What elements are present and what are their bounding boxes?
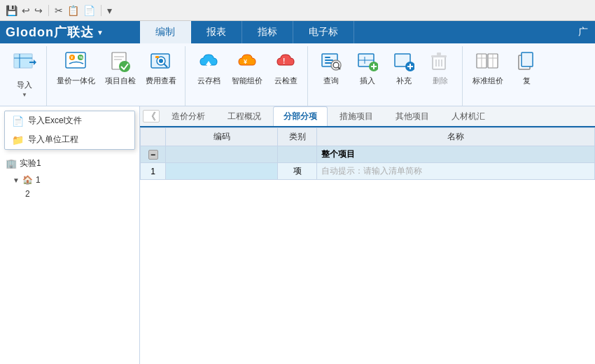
- row-1-name[interactable]: 自动提示：请输入清单简称: [317, 163, 595, 180]
- cost-view-label: 费用查看: [146, 76, 176, 86]
- project-check-label: 项目自检: [105, 76, 136, 86]
- cloud-archive-btn[interactable]: 云存档: [191, 49, 226, 88]
- pricing-group: 标准组价 复: [464, 46, 548, 106]
- query-btn[interactable]: 查询: [314, 49, 349, 88]
- import-excel-item[interactable]: 📄 导入Excel文件: [5, 111, 134, 130]
- tree-arrow-icon: ▼: [13, 176, 20, 184]
- cost-view-icon: [150, 51, 172, 74]
- nav-bar: Glodon广联达 ▼ 编制 报表 指标 电子标 广: [0, 21, 595, 43]
- nav-tab-ebid[interactable]: 电子标: [293, 21, 354, 43]
- nav-tab-edit[interactable]: 编制: [140, 21, 191, 43]
- undo-icon[interactable]: ↩: [22, 5, 30, 16]
- nav-tab-index[interactable]: 指标: [242, 21, 293, 43]
- tab-cost-analysis[interactable]: 造价分析: [161, 106, 216, 126]
- svg-rect-40: [431, 55, 447, 57]
- collapse-row-btn[interactable]: −: [148, 150, 158, 160]
- logo: Glodon广联达 ▼: [0, 21, 140, 43]
- insert-btn[interactable]: 插入: [350, 49, 385, 88]
- row-1-code[interactable]: [166, 163, 278, 180]
- quantity-price-icon: ¥ %: [65, 51, 88, 74]
- sep1: [48, 5, 49, 16]
- ribbon: 导入 ▼ ¥ % 量价一体化: [0, 43, 595, 106]
- data-table-container: 编码 类别 名称 − 整个项目: [140, 127, 595, 364]
- project-icon: 🏢: [6, 158, 17, 169]
- paste-icon[interactable]: 📄: [83, 5, 95, 16]
- import-btn[interactable]: 导入 ▼: [7, 49, 42, 100]
- import-unit-label: 导入单位工程: [28, 134, 78, 146]
- tree-item-2-label: 2: [25, 189, 30, 199]
- tree-item-2[interactable]: 2: [0, 187, 139, 201]
- save-icon[interactable]: 💾: [6, 5, 18, 16]
- project-label: 实验1: [20, 158, 41, 169]
- tools-group: ¥ % 量价一体化 项目自检: [48, 46, 186, 106]
- svg-rect-26: [325, 57, 330, 58]
- more-icon[interactable]: ▾: [107, 5, 112, 16]
- import-icon: [13, 51, 36, 78]
- row-total-type: [278, 146, 317, 163]
- svg-point-10: [119, 61, 130, 72]
- logo-dropdown-icon[interactable]: ▼: [97, 29, 104, 36]
- svg-text:¥: ¥: [244, 58, 247, 65]
- quantity-price-btn[interactable]: ¥ % 量价一体化: [52, 49, 99, 88]
- import-group: 导入 ▼: [3, 46, 47, 106]
- delete-btn[interactable]: 删除: [423, 49, 458, 88]
- standard-pricing-btn[interactable]: 标准组价: [468, 49, 507, 88]
- svg-text:%: %: [79, 55, 83, 59]
- delete-icon: [430, 51, 451, 74]
- project-item[interactable]: 🏢 实验1: [0, 155, 139, 172]
- supplement-btn[interactable]: 补充: [386, 49, 421, 88]
- cut-icon[interactable]: ✂: [55, 5, 63, 16]
- col-header-num: [141, 128, 166, 146]
- redo-icon[interactable]: ↪: [34, 5, 43, 16]
- title-bar: 💾 ↩ ↪ ✂ 📋 📄 ▾: [0, 0, 595, 21]
- project-tree: 🏢 实验1 ▼ 🏠 1 2: [0, 155, 139, 201]
- collapse-sidebar-btn[interactable]: 《: [143, 110, 160, 122]
- row-total-code: [166, 146, 278, 163]
- quantity-price-label: 量价一体化: [57, 76, 95, 86]
- cloud-items: 云存档 ¥ 智能组价 ! 云检查: [191, 49, 303, 104]
- copy-pricing-icon: [516, 51, 537, 74]
- table-row: − 整个项目: [141, 146, 595, 163]
- cloud-archive-label: 云存档: [197, 76, 220, 86]
- tab-labor-machine[interactable]: 人材机汇: [441, 106, 496, 126]
- query-icon: [321, 51, 342, 74]
- svg-rect-41: [437, 52, 441, 55]
- supplement-label: 补充: [396, 76, 412, 86]
- cloud-check-label: 云检查: [274, 76, 298, 86]
- cloud-group: 云存档 ¥ 智能组价 ! 云检查: [187, 46, 308, 106]
- row-total-name: 整个项目: [317, 146, 595, 163]
- main-area: 📄 导入Excel文件 📁 导入单位工程 🏢 实验1 ▼ 🏠 1: [0, 106, 595, 364]
- nav-tab-report[interactable]: 报表: [191, 21, 242, 43]
- cost-view-btn[interactable]: 费用查看: [141, 49, 181, 88]
- tree-item-1[interactable]: ▼ 🏠 1: [0, 173, 139, 187]
- pricing-items: 标准组价 复: [468, 49, 544, 104]
- project-check-icon: [109, 51, 132, 74]
- delete-label: 删除: [433, 76, 448, 86]
- table-header-row: 编码 类别 名称: [141, 128, 595, 146]
- standard-pricing-icon: [475, 51, 500, 74]
- project-check-btn[interactable]: 项目自检: [101, 49, 140, 88]
- tab-other-items[interactable]: 其他项目: [385, 106, 440, 126]
- copy-pricing-label: 复: [523, 76, 531, 86]
- house-icon: 🏠: [22, 175, 33, 185]
- tab-project-overview[interactable]: 工程概况: [217, 106, 272, 126]
- logo-text: Glodon广联达: [6, 24, 94, 41]
- tab-section-items[interactable]: 分部分项: [273, 106, 328, 126]
- svg-point-15: [159, 59, 163, 63]
- cloud-check-btn[interactable]: ! 云检查: [268, 49, 303, 88]
- copy-icon[interactable]: 📋: [67, 5, 79, 16]
- tab-measures[interactable]: 措施项目: [329, 106, 384, 126]
- data-items: 查询 插入: [314, 49, 458, 104]
- copy-pricing-btn[interactable]: 复: [509, 49, 544, 88]
- import-dropdown-menu: 📄 导入Excel文件 📁 导入单位工程: [4, 111, 135, 150]
- row-1-type: 项: [278, 163, 317, 180]
- standard-pricing-label: 标准组价: [472, 76, 503, 86]
- svg-rect-17: [155, 56, 159, 58]
- import-unit-item[interactable]: 📁 导入单位工程: [5, 130, 134, 149]
- tree-item-1-label: 1: [36, 175, 41, 185]
- nav-tabs: 编制 报表 指标 电子标: [140, 21, 354, 43]
- import-label: 导入: [17, 80, 32, 90]
- smart-pricing-btn[interactable]: ¥ 智能组价: [227, 49, 267, 88]
- col-header-type: 类别: [278, 128, 317, 146]
- svg-text:!: !: [283, 57, 285, 65]
